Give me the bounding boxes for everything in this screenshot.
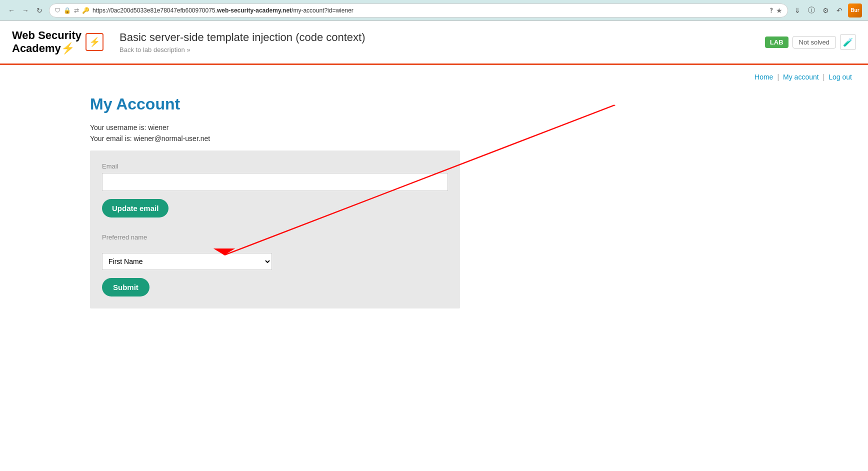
security-icon: 🛡 — [54, 7, 60, 14]
lab-title-area: Basic server-side template injection (co… — [120, 31, 765, 54]
nav-sep-1: | — [777, 73, 779, 81]
page-title: My Account — [90, 95, 778, 114]
browser-actions: ⇓ ⓘ ⚙ ↶ Bur — [792, 4, 862, 18]
info-icon[interactable]: ⓘ — [806, 5, 817, 16]
logo-icon: ⚡ — [86, 33, 104, 51]
star-icon[interactable]: ★ — [776, 6, 782, 14]
my-account-link[interactable]: My account — [783, 73, 819, 81]
lab-badge: LAB — [765, 36, 788, 48]
email-form-label: Email — [102, 162, 448, 170]
reload-button[interactable]: ↻ — [34, 5, 45, 16]
qr-icon: ‽ — [770, 6, 773, 14]
undo-icon[interactable]: ↶ — [834, 5, 845, 16]
top-nav: Home | My account | Log out — [0, 65, 868, 85]
extension-icon[interactable]: ⚙ — [820, 5, 831, 16]
preferred-name-section: Preferred name First Name Last Name User… — [102, 234, 448, 296]
lab-title: Basic server-side template injection (co… — [120, 31, 765, 44]
forward-button[interactable]: → — [20, 5, 31, 16]
address-bar[interactable]: 🛡 🔒 ⇄ 🔑 https://0ac200d5033e81e78047efb6… — [49, 4, 788, 18]
lab-status: LAB Not solved 🧪 — [765, 34, 856, 50]
not-solved-badge: Not solved — [792, 36, 836, 48]
logo-line: Web Security Academy⚡ — [12, 29, 82, 56]
flask-button[interactable]: 🧪 — [840, 34, 856, 50]
logo-area: Web Security Academy⚡ ⚡ — [12, 29, 104, 56]
url-text: https://0ac200d5033e81e78047efb600970075… — [92, 7, 766, 14]
lock-icon: 🔒 — [64, 7, 71, 14]
page-content: My Account Your username is: wiener Your… — [0, 85, 868, 318]
mixed-content-icon: ⇄ — [74, 7, 79, 14]
email-info: Your email is: wiener@normal-user.net — [90, 134, 778, 142]
key-icon: 🔑 — [82, 7, 90, 14]
main-content: Home | My account | Log out My Account Y… — [0, 65, 868, 465]
log-out-link[interactable]: Log out — [828, 73, 852, 81]
browser-chrome: ← → ↻ 🛡 🔒 ⇄ 🔑 https://0ac200d5033e81e780… — [0, 0, 868, 21]
back-to-lab-link[interactable]: Back to lab description » — [120, 46, 190, 54]
home-link[interactable]: Home — [754, 73, 773, 81]
submit-button[interactable]: Submit — [102, 278, 150, 296]
preferred-name-label: Preferred name — [102, 234, 448, 241]
browser-nav: ← → ↻ — [6, 5, 45, 16]
username-info: Your username is: wiener — [90, 124, 778, 132]
back-button[interactable]: ← — [6, 5, 17, 16]
preferred-name-select[interactable]: First Name Last Name Username — [102, 253, 272, 270]
account-form: Email Update email Preferred name First … — [90, 150, 460, 308]
email-input[interactable] — [102, 173, 448, 191]
lab-header: Web Security Academy⚡ ⚡ Basic server-sid… — [0, 21, 868, 65]
burp-suite-icon[interactable]: Bur — [848, 4, 862, 18]
logo-text: Web Security Academy⚡ — [12, 29, 82, 56]
update-email-button[interactable]: Update email — [102, 199, 168, 218]
download-icon[interactable]: ⇓ — [792, 5, 803, 16]
nav-sep-2: | — [823, 73, 825, 81]
